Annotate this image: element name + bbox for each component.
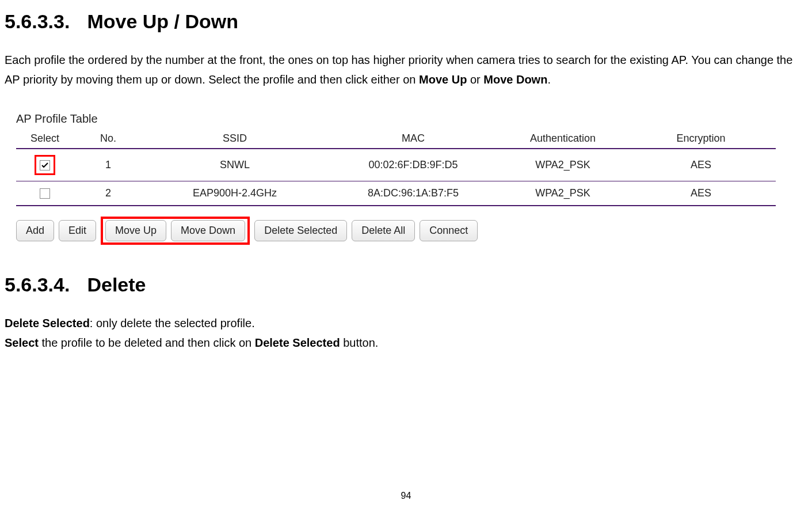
ap-profile-screenshot: AP Profile Table Select No. SSID MAC Aut… (16, 112, 776, 245)
col-select: Select (16, 129, 74, 149)
para-text: Each profile the ordered by the number a… (5, 54, 792, 86)
cell-enc: AES (626, 181, 776, 206)
cell-enc: AES (626, 149, 776, 181)
delete-selected-button[interactable]: Delete Selected (254, 220, 347, 241)
section-title: Delete (87, 274, 146, 295)
move-up-button[interactable]: Move Up (105, 220, 166, 241)
add-button[interactable]: Add (16, 220, 54, 241)
para-bold-select: Select (5, 336, 39, 349)
para-text: or (467, 73, 483, 86)
para-bold-delete-selected: Delete Selected (5, 317, 90, 329)
section2-paragraph: Delete Selected: only delete the selecte… (5, 313, 807, 352)
col-mac: MAC (327, 129, 500, 149)
cell-no: 1 (74, 149, 143, 181)
move-down-button[interactable]: Move Down (171, 220, 245, 241)
cell-ssid: EAP900H-2.4GHz (143, 181, 327, 206)
select-cell (16, 149, 74, 181)
table-title: AP Profile Table (16, 112, 776, 126)
table-row: 2 EAP900H-2.4GHz 8A:DC:96:1A:B7:F5 WPA2_… (16, 181, 776, 206)
section-number: 5.6.3.3. (5, 10, 70, 33)
para-text: : only delete the selected profile. (90, 317, 255, 329)
para-text: button. (340, 336, 379, 349)
button-row: Add Edit Move Up Move Down Delete Select… (16, 217, 776, 245)
table-header-row: Select No. SSID MAC Authentication Encry… (16, 129, 776, 149)
cell-auth: WPA2_PSK (500, 181, 626, 206)
section1-paragraph: Each profile the ordered by the number a… (5, 50, 807, 89)
highlight-box (35, 155, 55, 175)
delete-all-button[interactable]: Delete All (352, 220, 415, 241)
para-bold-move-down: Move Down (483, 73, 547, 86)
edit-button[interactable]: Edit (59, 220, 96, 241)
para-text: . (547, 73, 551, 86)
para-bold-move-up: Move Up (419, 73, 467, 86)
connect-button[interactable]: Connect (420, 220, 478, 241)
section-number: 5.6.3.4. (5, 274, 70, 296)
cell-auth: WPA2_PSK (500, 149, 626, 181)
highlight-box: Move Up Move Down (101, 217, 250, 245)
section-title: Move Up / Down (87, 10, 238, 32)
cell-mac: 00:02:6F:DB:9F:D5 (327, 149, 500, 181)
col-enc: Encryption (626, 129, 776, 149)
checkbox-unchecked[interactable] (40, 188, 50, 199)
table-row: 1 SNWL 00:02:6F:DB:9F:D5 WPA2_PSK AES (16, 149, 776, 181)
section-heading-delete: 5.6.3.4.Delete (5, 274, 807, 296)
cell-no: 2 (74, 181, 143, 206)
para-bold-delete-selected-2: Delete Selected (255, 336, 340, 349)
col-ssid: SSID (143, 129, 327, 149)
section-heading-move-up-down: 5.6.3.3.Move Up / Down (5, 10, 807, 33)
select-cell (16, 181, 74, 206)
col-no: No. (74, 129, 143, 149)
para-text: the profile to be deleted and then click… (39, 336, 255, 349)
cell-mac: 8A:DC:96:1A:B7:F5 (327, 181, 500, 206)
checkmark-icon (41, 162, 48, 168)
cell-ssid: SNWL (143, 149, 327, 181)
checkbox-checked[interactable] (40, 160, 50, 170)
col-auth: Authentication (500, 129, 626, 149)
ap-profile-table: Select No. SSID MAC Authentication Encry… (16, 129, 776, 206)
